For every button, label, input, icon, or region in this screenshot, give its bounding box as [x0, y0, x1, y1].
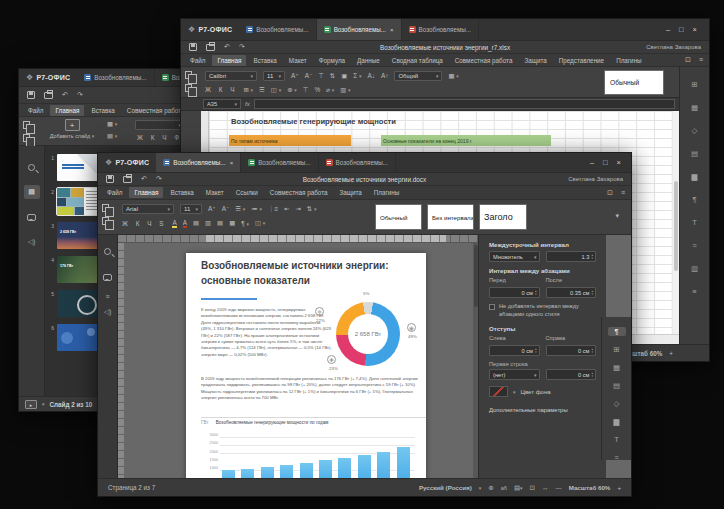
comments-icon[interactable] — [24, 210, 40, 224]
menu-item[interactable]: Вставка — [165, 187, 198, 198]
right-panel-icon[interactable]: ≡ — [686, 284, 704, 298]
menu-item[interactable]: Сводная таблица — [387, 55, 448, 66]
close-tab-icon[interactable]: × — [230, 160, 234, 166]
right-panel-icon[interactable]: ¶ — [608, 327, 626, 336]
right-panel-icon[interactable]: ▆ — [608, 417, 626, 426]
right-panel-icon[interactable]: ¶ — [686, 192, 704, 206]
menu-item[interactable]: Макет — [284, 55, 312, 66]
name-box[interactable]: A35▾ — [203, 99, 241, 109]
menu-item[interactable]: Вставка — [248, 55, 281, 66]
slide-layout-icon[interactable]: ▦ ▾ — [107, 120, 117, 128]
menu-item[interactable]: Файл — [185, 55, 210, 66]
menu-item[interactable]: Файл — [23, 105, 48, 116]
close-button[interactable]: × — [693, 25, 697, 34]
undo-icon[interactable]: ↶ — [141, 175, 147, 183]
merge-cells-icon[interactable]: ◫ ▾ — [271, 86, 281, 94]
style-card[interactable]: Обычный — [375, 204, 422, 230]
orange-header-cell[interactable]: По типам источника — [229, 135, 351, 146]
maximize-button[interactable]: □ — [603, 158, 608, 167]
paste-icon[interactable] — [23, 134, 30, 142]
tab-spreadsheet-file[interactable]: Возобновляемы... — [241, 153, 318, 172]
maximize-button[interactable]: □ — [679, 25, 684, 34]
fx-icon[interactable]: fx — [245, 101, 250, 107]
menu-item[interactable]: Представление — [554, 55, 609, 66]
right-panel-icon[interactable]: ▦ — [686, 100, 704, 114]
font-style-buttons[interactable]: Ж К Ч — [205, 86, 237, 93]
copy-icon[interactable] — [102, 204, 109, 212]
font-name-combo[interactable]: Calibri▾ — [205, 71, 257, 81]
open-location-icon[interactable]: ⊡ — [685, 56, 691, 64]
spacing-before-input[interactable]: 0 см▴▾ — [489, 287, 540, 298]
format-table-icon[interactable]: ▥ ▾ — [340, 86, 350, 94]
view-settings-icon[interactable]: ≡ — [699, 56, 703, 64]
menu-item[interactable]: Главная — [50, 105, 84, 116]
menu-item[interactable]: Вставка — [86, 105, 119, 116]
right-panel-icon[interactable]: ▆ — [686, 169, 704, 183]
right-panel-icon[interactable]: Т — [608, 435, 626, 444]
minimize-button[interactable]: – — [590, 158, 594, 167]
right-panel-icon[interactable]: ▤ — [686, 146, 704, 160]
numbered-list-icon[interactable]: ≔ ▾ — [251, 205, 262, 213]
sheet-title-cell[interactable]: Возобновляемые генерирующие мощности — [229, 117, 398, 126]
increase-font-icon[interactable]: А⁺ — [208, 205, 216, 213]
decrease-font-icon[interactable]: А⁻ — [305, 72, 313, 80]
search-icon[interactable] — [104, 241, 111, 259]
redo-icon[interactable]: ↷ — [239, 43, 245, 51]
comments-icon[interactable] — [103, 267, 112, 285]
menu-item[interactable]: Главная — [212, 55, 246, 66]
tab-presentation-file[interactable]: Возобновляемы... — [402, 19, 479, 40]
menu-item[interactable]: Формула — [314, 55, 350, 66]
font-color-icon[interactable]: А — [183, 219, 187, 228]
fit-page-icon[interactable]: ⊡ — [530, 484, 535, 492]
bullet-list-icon[interactable]: ☰ ▾ — [235, 205, 245, 213]
undo-icon[interactable]: ↶ — [224, 43, 230, 51]
align-right-icon[interactable]: ▤ — [217, 219, 223, 227]
spacing-after-input[interactable]: 0.35 см▴▾ — [546, 287, 597, 298]
zoom-in-button[interactable]: + — [669, 350, 673, 357]
number-format-combo[interactable]: Общий▾ — [394, 71, 442, 81]
style-card[interactable]: Заголо — [479, 204, 527, 230]
font-size-combo[interactable]: 11▾ — [180, 204, 202, 214]
cell-style-gallery[interactable]: Обычный — [604, 70, 664, 95]
right-panel-icon[interactable]: ▥ — [686, 261, 704, 275]
borders-icon[interactable]: ⊞ ▾ — [243, 86, 253, 94]
insert-cells-icon[interactable]: ⊕ ▾ — [287, 86, 297, 94]
menu-item[interactable]: Плагины — [369, 187, 405, 198]
advanced-settings-link[interactable]: Дополнительные параметры — [489, 407, 596, 413]
nonprinting-chars-icon[interactable]: ¶ ▾ — [241, 220, 249, 227]
decrease-font-icon[interactable]: А⁻ — [222, 205, 230, 213]
first-line-size-input[interactable]: 0 см▴▾ — [546, 369, 597, 380]
paste-icon[interactable] — [185, 84, 192, 92]
menu-item[interactable]: Совместная работ — [122, 105, 186, 116]
slide-theme-icon[interactable]: ▤ ▾ — [107, 132, 117, 140]
copy-icon[interactable] — [23, 121, 30, 129]
first-line-select[interactable]: (нет)▾ — [489, 369, 540, 380]
font-style-buttons[interactable]: Ж К Ч S — [122, 220, 166, 227]
multilevel-list-icon[interactable]: ⋮≡ — [268, 205, 278, 213]
tab-document-file-active[interactable]: Возобновляемы... × — [156, 153, 241, 172]
menu-item[interactable]: Защита — [334, 187, 366, 198]
menu-item[interactable]: Ссылки — [231, 187, 263, 198]
tab-presentation-file[interactable]: Возобновляемы... — [319, 153, 396, 172]
close-button[interactable]: × — [617, 158, 621, 167]
paste-icon[interactable] — [102, 217, 109, 225]
font-size-combo[interactable]: 11▾ — [263, 71, 285, 81]
add-slide-button[interactable]: + Добавить слайд ▾ — [43, 119, 101, 139]
search-icon[interactable] — [24, 160, 40, 174]
horizontal-ruler[interactable] — [118, 235, 478, 243]
start-slideshow-button[interactable]: ▸ — [25, 400, 37, 409]
tab-document-file[interactable]: Возобновляемы... — [77, 69, 154, 86]
redo-icon[interactable]: ↷ — [77, 91, 83, 99]
pres-font-name-combo[interactable]: ▾ — [135, 120, 185, 130]
right-panel-icon[interactable]: ⊞ — [686, 77, 704, 91]
background-color-swatch[interactable] — [489, 386, 508, 397]
align-left-icon[interactable]: ▤ — [193, 219, 199, 227]
right-panel-icon[interactable]: ◇ — [686, 123, 704, 137]
align-left-icon[interactable]: ☰ — [259, 86, 265, 94]
menu-item[interactable]: Главная — [129, 187, 163, 198]
increase-font-icon[interactable]: А⁺ — [291, 72, 299, 80]
menu-item[interactable]: Совместная работа — [450, 55, 518, 66]
zoom-out-button[interactable]: — — [556, 484, 562, 491]
clear-icon[interactable]: ⌀ ▾ — [326, 86, 334, 94]
right-panel-icon[interactable]: ▦ — [608, 363, 626, 372]
